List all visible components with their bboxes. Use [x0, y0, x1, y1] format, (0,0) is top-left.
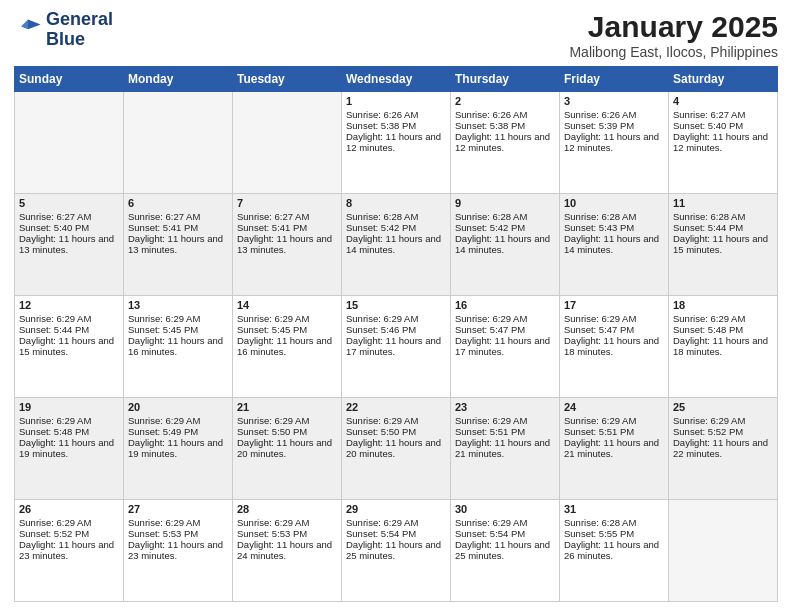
sunrise-text: Sunrise: 6:29 AM [19, 313, 119, 324]
sunset-text: Sunset: 5:51 PM [455, 426, 555, 437]
sunset-text: Sunset: 5:54 PM [455, 528, 555, 539]
day-number: 14 [237, 299, 337, 311]
daylight-text: Daylight: 11 hours and 15 minutes. [673, 233, 773, 255]
calendar-cell: 9Sunrise: 6:28 AMSunset: 5:42 PMDaylight… [451, 194, 560, 296]
day-number: 5 [19, 197, 119, 209]
day-number: 12 [19, 299, 119, 311]
day-number: 30 [455, 503, 555, 515]
calendar-week-row: 12Sunrise: 6:29 AMSunset: 5:44 PMDayligh… [15, 296, 778, 398]
daylight-text: Daylight: 11 hours and 23 minutes. [128, 539, 228, 561]
calendar-cell: 21Sunrise: 6:29 AMSunset: 5:50 PMDayligh… [233, 398, 342, 500]
sunrise-text: Sunrise: 6:29 AM [346, 415, 446, 426]
day-number: 26 [19, 503, 119, 515]
calendar-cell: 17Sunrise: 6:29 AMSunset: 5:47 PMDayligh… [560, 296, 669, 398]
sunset-text: Sunset: 5:43 PM [564, 222, 664, 233]
sunrise-text: Sunrise: 6:29 AM [346, 517, 446, 528]
daylight-text: Daylight: 11 hours and 14 minutes. [346, 233, 446, 255]
calendar-cell: 5Sunrise: 6:27 AMSunset: 5:40 PMDaylight… [15, 194, 124, 296]
day-number: 18 [673, 299, 773, 311]
calendar-cell: 11Sunrise: 6:28 AMSunset: 5:44 PMDayligh… [669, 194, 778, 296]
calendar-title: January 2025 [569, 10, 778, 44]
sunset-text: Sunset: 5:50 PM [346, 426, 446, 437]
calendar-cell: 31Sunrise: 6:28 AMSunset: 5:55 PMDayligh… [560, 500, 669, 602]
sunrise-text: Sunrise: 6:29 AM [564, 313, 664, 324]
calendar-cell: 14Sunrise: 6:29 AMSunset: 5:45 PMDayligh… [233, 296, 342, 398]
sunrise-text: Sunrise: 6:29 AM [673, 313, 773, 324]
calendar-cell: 12Sunrise: 6:29 AMSunset: 5:44 PMDayligh… [15, 296, 124, 398]
calendar-cell: 27Sunrise: 6:29 AMSunset: 5:53 PMDayligh… [124, 500, 233, 602]
title-block: January 2025 Malibong East, Ilocos, Phil… [569, 10, 778, 60]
calendar-cell: 22Sunrise: 6:29 AMSunset: 5:50 PMDayligh… [342, 398, 451, 500]
day-number: 8 [346, 197, 446, 209]
sunrise-text: Sunrise: 6:26 AM [455, 109, 555, 120]
calendar-cell: 20Sunrise: 6:29 AMSunset: 5:49 PMDayligh… [124, 398, 233, 500]
daylight-text: Daylight: 11 hours and 22 minutes. [673, 437, 773, 459]
calendar-cell: 15Sunrise: 6:29 AMSunset: 5:46 PMDayligh… [342, 296, 451, 398]
sunrise-text: Sunrise: 6:29 AM [19, 517, 119, 528]
sunrise-text: Sunrise: 6:27 AM [19, 211, 119, 222]
daylight-text: Daylight: 11 hours and 12 minutes. [564, 131, 664, 153]
day-number: 16 [455, 299, 555, 311]
sunrise-text: Sunrise: 6:29 AM [128, 517, 228, 528]
day-number: 9 [455, 197, 555, 209]
calendar-cell: 8Sunrise: 6:28 AMSunset: 5:42 PMDaylight… [342, 194, 451, 296]
daylight-text: Daylight: 11 hours and 14 minutes. [455, 233, 555, 255]
calendar-cell [124, 92, 233, 194]
day-number: 19 [19, 401, 119, 413]
sunset-text: Sunset: 5:38 PM [455, 120, 555, 131]
daylight-text: Daylight: 11 hours and 12 minutes. [455, 131, 555, 153]
weekday-header-row: SundayMondayTuesdayWednesdayThursdayFrid… [15, 67, 778, 92]
calendar-cell [233, 92, 342, 194]
sunset-text: Sunset: 5:44 PM [19, 324, 119, 335]
logo-line2: Blue [46, 30, 113, 50]
calendar-cell: 24Sunrise: 6:29 AMSunset: 5:51 PMDayligh… [560, 398, 669, 500]
calendar-cell: 1Sunrise: 6:26 AMSunset: 5:38 PMDaylight… [342, 92, 451, 194]
sunrise-text: Sunrise: 6:29 AM [346, 313, 446, 324]
day-number: 27 [128, 503, 228, 515]
day-number: 17 [564, 299, 664, 311]
day-number: 13 [128, 299, 228, 311]
logo: General Blue [14, 10, 113, 50]
sunset-text: Sunset: 5:38 PM [346, 120, 446, 131]
logo-text: General Blue [46, 10, 113, 50]
sunrise-text: Sunrise: 6:28 AM [564, 517, 664, 528]
day-number: 24 [564, 401, 664, 413]
calendar-week-row: 5Sunrise: 6:27 AMSunset: 5:40 PMDaylight… [15, 194, 778, 296]
calendar-cell: 30Sunrise: 6:29 AMSunset: 5:54 PMDayligh… [451, 500, 560, 602]
daylight-text: Daylight: 11 hours and 18 minutes. [564, 335, 664, 357]
weekday-header: Monday [124, 67, 233, 92]
calendar-cell: 26Sunrise: 6:29 AMSunset: 5:52 PMDayligh… [15, 500, 124, 602]
sunrise-text: Sunrise: 6:29 AM [237, 517, 337, 528]
sunset-text: Sunset: 5:46 PM [346, 324, 446, 335]
calendar-cell: 28Sunrise: 6:29 AMSunset: 5:53 PMDayligh… [233, 500, 342, 602]
daylight-text: Daylight: 11 hours and 26 minutes. [564, 539, 664, 561]
daylight-text: Daylight: 11 hours and 13 minutes. [19, 233, 119, 255]
daylight-text: Daylight: 11 hours and 20 minutes. [346, 437, 446, 459]
sunset-text: Sunset: 5:44 PM [673, 222, 773, 233]
weekday-header: Friday [560, 67, 669, 92]
header: General Blue January 2025 Malibong East,… [14, 10, 778, 60]
day-number: 2 [455, 95, 555, 107]
sunrise-text: Sunrise: 6:28 AM [564, 211, 664, 222]
day-number: 7 [237, 197, 337, 209]
sunset-text: Sunset: 5:47 PM [455, 324, 555, 335]
day-number: 23 [455, 401, 555, 413]
daylight-text: Daylight: 11 hours and 16 minutes. [237, 335, 337, 357]
page: General Blue January 2025 Malibong East,… [0, 0, 792, 612]
calendar-cell: 16Sunrise: 6:29 AMSunset: 5:47 PMDayligh… [451, 296, 560, 398]
calendar-cell: 7Sunrise: 6:27 AMSunset: 5:41 PMDaylight… [233, 194, 342, 296]
sunset-text: Sunset: 5:45 PM [237, 324, 337, 335]
daylight-text: Daylight: 11 hours and 24 minutes. [237, 539, 337, 561]
day-number: 31 [564, 503, 664, 515]
calendar-cell: 25Sunrise: 6:29 AMSunset: 5:52 PMDayligh… [669, 398, 778, 500]
sunset-text: Sunset: 5:42 PM [346, 222, 446, 233]
weekday-header: Tuesday [233, 67, 342, 92]
day-number: 29 [346, 503, 446, 515]
daylight-text: Daylight: 11 hours and 13 minutes. [237, 233, 337, 255]
daylight-text: Daylight: 11 hours and 25 minutes. [455, 539, 555, 561]
sunset-text: Sunset: 5:39 PM [564, 120, 664, 131]
daylight-text: Daylight: 11 hours and 19 minutes. [128, 437, 228, 459]
weekday-header: Saturday [669, 67, 778, 92]
day-number: 21 [237, 401, 337, 413]
calendar-cell: 2Sunrise: 6:26 AMSunset: 5:38 PMDaylight… [451, 92, 560, 194]
